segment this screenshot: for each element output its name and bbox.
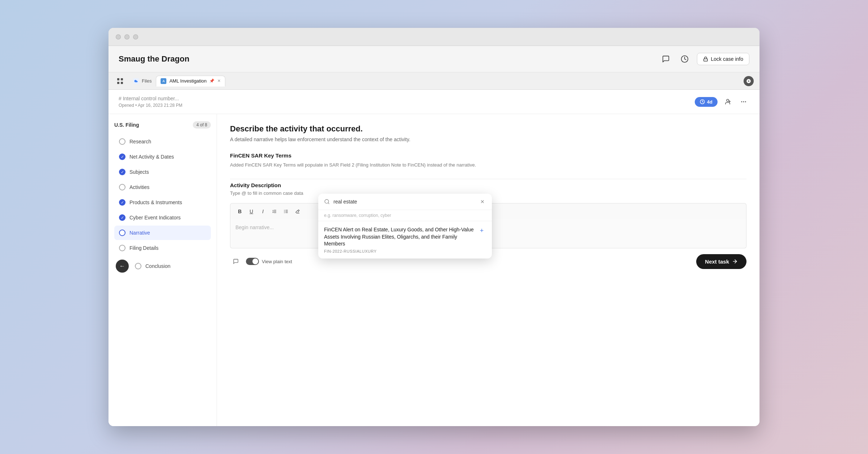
more-options-btn[interactable]: [738, 96, 749, 108]
search-result-item[interactable]: FinCEN Alert on Real Estate, Luxury Good…: [318, 221, 492, 258]
nav-item-label: Narrative: [129, 230, 150, 236]
search-popup-header: ✕: [318, 194, 492, 210]
section-title: Describe the activity that occurred.: [230, 124, 746, 134]
plain-text-toggle[interactable]: [246, 258, 259, 265]
svg-line-28: [328, 203, 329, 204]
time-badge-value: 4d: [707, 99, 712, 105]
svg-rect-4: [117, 82, 119, 84]
next-task-label: Next task: [705, 258, 729, 265]
result-title: FinCEN Alert on Real Estate, Luxury Good…: [324, 226, 477, 248]
nav-item-conclusion-row: ← Conclusion: [114, 256, 211, 276]
search-input[interactable]: [333, 199, 475, 205]
key-terms-section: FinCEN SAR Key Terms Added FinCEN SAR Ke…: [230, 152, 746, 169]
svg-point-13: [741, 101, 742, 102]
sidebar: U.S. Filing 4 of 8 Research ✓ Net Activi…: [109, 114, 217, 426]
files-icon: [133, 78, 139, 84]
tab-close-btn[interactable]: ✕: [217, 79, 221, 83]
tab-pin-icon[interactable]: 📌: [209, 79, 214, 83]
back-btn[interactable]: ←: [116, 260, 129, 273]
nav-item-net-activity[interactable]: ✓ Net Activity & Dates: [114, 150, 211, 164]
nav-item-narrative[interactable]: Narrative: [114, 226, 211, 240]
nav-item-label: Cyber Event Indicators: [129, 215, 181, 220]
nav-item-filing[interactable]: Filing Details: [114, 241, 211, 255]
close-light[interactable]: [116, 34, 121, 39]
ordered-list-btn[interactable]: [269, 206, 280, 217]
nav-item-cyber[interactable]: ✓ Cyber Event Indicators: [114, 210, 211, 225]
result-code: FIN-2022-RUSSIALUXURY: [324, 249, 477, 253]
assign-btn[interactable]: [722, 96, 733, 108]
narrative-status-icon: [119, 229, 126, 236]
editor-footer-left: View plain text: [230, 256, 292, 267]
files-tab-label: Files: [142, 78, 152, 84]
form-header-left: # Internal control number... Opened • Ap…: [119, 96, 182, 108]
toggle-label: View plain text: [262, 259, 292, 264]
nav-item-products[interactable]: ✓ Products & Instruments: [114, 195, 211, 210]
svg-point-14: [743, 101, 744, 102]
toggle-container: View plain text: [246, 258, 292, 265]
nav-item-research[interactable]: Research: [114, 134, 211, 149]
next-task-btn[interactable]: Next task: [696, 254, 746, 269]
unordered-list-btn[interactable]: [281, 206, 291, 217]
title-bar: [109, 28, 760, 46]
svg-point-10: [727, 99, 729, 101]
maximize-light[interactable]: [133, 34, 138, 39]
nav-item-label: Products & Instruments: [129, 199, 182, 205]
lock-btn-label: Lock case info: [711, 56, 744, 62]
research-status-icon: [119, 138, 126, 145]
svg-rect-3: [121, 78, 123, 80]
form-header: # Internal control number... Opened • Ap…: [109, 90, 760, 114]
nav-item-label: Activities: [129, 184, 149, 190]
result-add-btn[interactable]: +: [477, 226, 486, 235]
tab-files[interactable]: Files: [129, 76, 156, 86]
net-activity-status-icon: ✓: [119, 153, 126, 160]
progress-badge: 4 of 8: [193, 121, 211, 129]
svg-rect-1: [703, 59, 707, 61]
time-badge[interactable]: 4d: [695, 97, 718, 107]
svg-rect-2: [117, 78, 119, 80]
nav-item-subjects[interactable]: ✓ Subjects: [114, 165, 211, 179]
conclusion-status-icon: [135, 262, 142, 270]
svg-rect-5: [121, 82, 123, 84]
section-divider: [230, 179, 746, 179]
filing-status-icon: [119, 244, 126, 252]
search-hint: e.g. ransomware, corruption, cyber: [318, 210, 492, 221]
control-number-input[interactable]: # Internal control number...: [119, 96, 182, 101]
comment-icon-btn[interactable]: [230, 256, 242, 267]
nav-item-label: Subjects: [129, 169, 149, 175]
bold-btn[interactable]: B: [235, 206, 245, 217]
svg-line-25: [298, 209, 300, 211]
tab-grid-btn[interactable]: [114, 75, 126, 87]
aml-tab-label: AML Investigation: [169, 78, 207, 84]
cyber-status-icon: ✓: [119, 214, 126, 221]
tab-bar: Files A AML Investigation 📌 ✕: [109, 72, 760, 90]
sidebar-section-title: U.S. Filing: [114, 122, 139, 128]
search-clear-btn[interactable]: ✕: [479, 198, 486, 205]
nav-item-label: Conclusion: [145, 263, 170, 269]
search-icon: [324, 199, 330, 205]
form-header-right: 4d: [695, 96, 749, 108]
chat-icon-btn[interactable]: [659, 52, 672, 66]
history-icon-btn[interactable]: [678, 52, 691, 66]
app-window: Smaug the Dragon: [109, 28, 760, 426]
add-tab-btn[interactable]: [744, 76, 754, 86]
header-actions: Lock case info: [659, 52, 750, 66]
section-subtitle: A detailed narrative helps law enforceme…: [230, 136, 746, 142]
app-header: Smaug the Dragon: [109, 46, 760, 72]
tab-aml[interactable]: A AML Investigation 📌 ✕: [156, 76, 225, 87]
nav-item-label: Research: [129, 139, 151, 144]
products-status-icon: ✓: [119, 199, 126, 206]
italic-btn[interactable]: I: [258, 206, 268, 217]
sidebar-section-header: U.S. Filing 4 of 8: [114, 121, 211, 129]
main-layout: U.S. Filing 4 of 8 Research ✓ Net Activi…: [109, 114, 760, 426]
main-content: Describe the activity that occurred. A d…: [217, 114, 760, 426]
activities-status-icon: [119, 184, 126, 191]
lock-case-btn[interactable]: Lock case info: [697, 53, 750, 65]
minimize-light[interactable]: [124, 34, 129, 39]
svg-point-22: [284, 210, 285, 210]
svg-point-15: [745, 101, 746, 102]
aml-icon: A: [161, 78, 166, 84]
nav-item-label: Filing Details: [129, 245, 158, 251]
underline-btn[interactable]: U: [246, 206, 256, 217]
clear-format-btn[interactable]: [293, 206, 303, 217]
nav-item-activities[interactable]: Activities: [114, 180, 211, 194]
